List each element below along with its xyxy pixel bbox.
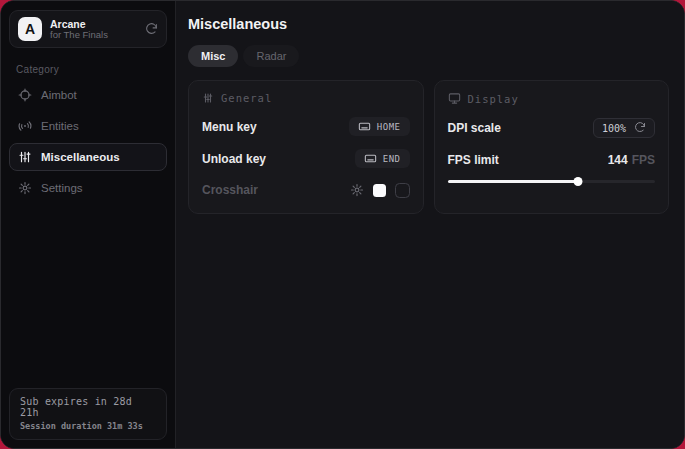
- sidebar-spacer: [9, 205, 167, 388]
- cards-row: General Menu key HOME: [188, 80, 669, 214]
- logo-text: Arcane for The Finals: [50, 18, 137, 41]
- menu-key-row: Menu key HOME: [202, 117, 410, 136]
- general-card: General Menu key HOME: [188, 80, 424, 214]
- menu-key-label: Menu key: [202, 120, 257, 134]
- crosshair-settings-gear-icon[interactable]: [350, 183, 364, 197]
- sidebar-item-miscellaneous[interactable]: Miscellaneous: [9, 143, 167, 171]
- slider-thumb[interactable]: [574, 177, 583, 186]
- fps-limit-label: FPS limit: [448, 153, 499, 167]
- general-card-title: General: [221, 92, 272, 104]
- monitor-icon: [448, 92, 461, 105]
- sidebar: A Arcane for The Finals Category Aimbot: [1, 1, 176, 448]
- crosshair-label: Crosshair: [202, 183, 258, 197]
- page-title: Miscellaneous: [188, 16, 669, 32]
- app-title: Arcane: [50, 18, 137, 30]
- display-card-title: Display: [468, 93, 519, 105]
- display-card: Display DPI scale 100% FPS limit: [434, 80, 670, 214]
- app-subtitle: for The Finals: [50, 30, 137, 41]
- sidebar-item-label: Entities: [41, 120, 79, 132]
- display-card-header: Display: [448, 92, 656, 105]
- sliders-icon: [18, 150, 32, 164]
- general-card-header: General: [202, 92, 410, 104]
- fps-limit-row: FPS limit 144FPS: [448, 151, 656, 169]
- cycle-icon: [634, 122, 646, 134]
- unload-key-label: Unload key: [202, 152, 266, 166]
- app-window: A Arcane for The Finals Category Aimbot: [0, 0, 685, 449]
- refresh-icon[interactable]: [145, 23, 158, 36]
- fps-limit-slider[interactable]: [448, 176, 656, 186]
- sidebar-item-entities[interactable]: Entities: [9, 112, 167, 140]
- tab-bar: Misc Radar: [188, 45, 669, 67]
- crosshair-row: Crosshair: [202, 181, 410, 199]
- dpi-scale-label: DPI scale: [448, 121, 501, 135]
- keyboard-icon: [358, 120, 371, 133]
- crosshair-checkbox[interactable]: [395, 183, 410, 198]
- category-label: Category: [16, 64, 167, 75]
- sub-expiry-text: Sub expires in 28d 21h: [20, 396, 156, 418]
- sidebar-item-label: Settings: [41, 182, 83, 194]
- unload-key-bind-button[interactable]: END: [355, 149, 410, 168]
- dpi-scale-row: DPI scale 100%: [448, 118, 656, 138]
- slider-fill: [448, 180, 579, 183]
- sidebar-item-settings[interactable]: Settings: [9, 174, 167, 202]
- radar-icon: [18, 119, 32, 133]
- sidebar-item-label: Miscellaneous: [41, 151, 120, 163]
- dpi-scale-value: 100%: [602, 123, 626, 134]
- menu-key-value: HOME: [377, 122, 401, 132]
- app-logo: A: [18, 17, 42, 41]
- sidebar-item-aimbot[interactable]: Aimbot: [9, 81, 167, 109]
- crosshair-controls: [350, 183, 410, 198]
- subscription-status-card: Sub expires in 28d 21h Session duration …: [9, 388, 167, 440]
- keyboard-icon: [364, 152, 377, 165]
- gear-icon: [18, 181, 32, 195]
- unload-key-row: Unload key END: [202, 149, 410, 168]
- fps-unit: FPS: [632, 153, 655, 167]
- sidebar-item-label: Aimbot: [41, 89, 77, 101]
- fps-number: 144: [608, 153, 628, 167]
- crosshair-icon: [18, 88, 32, 102]
- general-icon: [202, 92, 214, 104]
- tab-radar[interactable]: Radar: [243, 45, 299, 67]
- crosshair-color-swatch[interactable]: [373, 184, 386, 197]
- tab-misc[interactable]: Misc: [188, 45, 238, 67]
- fps-limit-value: 144FPS: [608, 153, 655, 167]
- session-duration-text: Session duration 31m 33s: [20, 421, 156, 431]
- dpi-scale-select[interactable]: 100%: [593, 118, 655, 138]
- unload-key-value: END: [383, 154, 401, 164]
- main-panel: Miscellaneous Misc Radar General: [176, 1, 684, 448]
- logo-card: A Arcane for The Finals: [9, 10, 167, 48]
- menu-key-bind-button[interactable]: HOME: [349, 117, 410, 136]
